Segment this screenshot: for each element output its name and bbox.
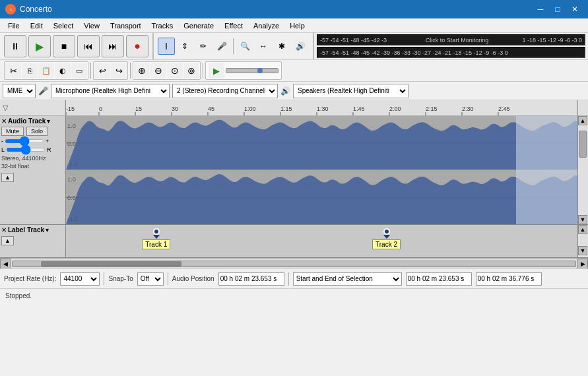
sel-end-input[interactable] [476,272,542,286]
audio-track-name: Audio Track [8,117,46,125]
svg-text:0: 0 [99,106,102,112]
multi-tool[interactable]: ✱ [273,38,290,55]
mute-button[interactable]: Mute [1,127,24,136]
collapse-button[interactable]: ▲ [1,173,14,182]
vu-meter-bottom[interactable]: -57 -54 -51 -48 -45 -42 -39 -36 -33 -30 … [317,47,585,58]
svg-text:1.0: 1.0 [67,176,76,183]
label-track-close[interactable]: ✕ [1,226,7,234]
label-collapse-button[interactable]: ▲ [1,236,14,245]
vu-meter-top[interactable]: -57 -54 -51 -48 -45 -42 -3 Click to Star… [317,34,585,46]
maximize-button[interactable]: □ [550,3,566,16]
audio-track-close[interactable]: ✕ [1,117,7,125]
svg-text:30: 30 [172,106,178,112]
menu-analyze[interactable]: Analyze [248,20,284,31]
label-scroll-down[interactable]: ▼ [578,246,587,255]
scroll-thumb[interactable] [579,131,587,158]
draw-tool[interactable]: ✏ [195,38,212,55]
label-v-scroll[interactable]: ▲ ▼ [577,225,588,257]
menu-view[interactable]: View [79,20,105,31]
cut-button[interactable]: ✂ [5,63,21,78]
label-track-content: Track 1 Track 2 [66,225,577,257]
stop-button[interactable]: ■ [53,35,75,57]
v-scrollbar[interactable]: ▲ ▼ [577,116,588,224]
envelope-tool[interactable]: ⇕ [176,38,193,55]
pan-control: L R [1,146,64,153]
track-info: Stereo, 44100Hz32-bit float [1,155,64,170]
record-button[interactable]: ● [126,35,148,57]
mic-tool[interactable]: 🎤 [213,38,230,55]
menu-generate[interactable]: Generate [178,20,219,31]
scroll-right[interactable]: ▶ [577,259,588,269]
microphone-select[interactable]: Microphone (Realtek High Defini [51,84,170,98]
selection-tool[interactable]: I [158,38,175,55]
snap-to-select[interactable]: Off On [137,272,164,286]
svg-text:0.0: 0.0 [67,141,76,147]
zoom-tool[interactable]: 🔍 [236,38,253,55]
minimize-button[interactable]: ─ [533,3,548,16]
trim-button[interactable]: ◐ [55,63,71,78]
menu-edit[interactable]: Edit [25,20,48,31]
svg-text:1:00: 1:00 [244,106,256,112]
project-rate-select[interactable]: 44100 [60,272,100,286]
audio-track-menu[interactable]: ▾ [47,117,50,125]
svg-text:2:00: 2:00 [389,106,401,112]
title-bar: ♪ Concerto ─ □ ✕ [0,0,588,18]
label-track-menu[interactable]: ▾ [46,226,49,234]
label-track2[interactable]: Track 2 [383,225,390,239]
api-select[interactable]: MME [3,84,36,98]
speaker-select[interactable]: Speakers (Realtek High Definiti [293,84,408,98]
svg-text:1:30: 1:30 [317,106,329,112]
silence-button[interactable]: ▭ [71,63,87,78]
bottom-toolbar: Project Rate (Hz): 44100 Snap-To Off On … [0,268,588,288]
time-ruler: ▽ -15 0 15 30 45 1:00 1:15 1:30 1:45 2:0… [0,100,588,116]
skip-start-button[interactable]: ⏮ [77,35,100,57]
scroll-left[interactable]: ◀ [0,259,11,269]
zoom-out-button[interactable]: ⊖ [150,63,166,78]
playback-thumb [257,68,263,73]
skip-end-button[interactable]: ⏭ [102,35,124,57]
scroll-up[interactable]: ▲ [578,116,587,125]
copy-button[interactable]: ⎘ [22,63,38,78]
menu-help[interactable]: Help [284,20,310,31]
menu-file[interactable]: File [3,20,25,31]
play-indicator-button[interactable]: ▶ [209,63,224,78]
redo-button[interactable]: ↪ [111,63,127,78]
play-button[interactable]: ▶ [28,35,51,57]
menu-bar: File Edit Select View Transport Tracks G… [0,18,588,33]
menu-transport[interactable]: Transport [105,20,147,31]
scroll-down[interactable]: ▼ [578,215,587,224]
label1-marker [153,228,160,235]
svg-text:2:15: 2:15 [426,106,438,112]
gain-slider[interactable] [5,139,44,143]
label1-arrow [153,235,160,239]
sel-start-input[interactable] [406,272,472,286]
pan-slider[interactable] [6,148,46,152]
pause-button[interactable]: ⏸ [4,35,26,57]
zoom-fit-button[interactable]: ⊚ [183,63,199,78]
ruler-right-end [577,100,588,115]
zoom-selection-button[interactable]: ⊙ [167,63,183,78]
menu-tracks[interactable]: Tracks [147,20,179,31]
audio-track: ✕ Audio Track ▾ Mute Solo - + L R [0,116,588,225]
solo-button[interactable]: Solo [26,127,48,136]
playback-slider[interactable] [226,68,278,73]
timeshift-tool[interactable]: ↔ [255,38,272,55]
label-scroll-up[interactable]: ▲ [578,225,587,234]
menu-select[interactable]: Select [48,20,79,31]
snap-to-label: Snap-To [108,275,133,282]
channels-select[interactable]: 2 (Stereo) Recording Channels [172,84,278,98]
selection-mode-select[interactable]: Start and End of Selection Start and Len… [293,272,402,286]
device-toolbar: MME 🎤 Microphone (Realtek High Defini 2 … [0,82,588,100]
paste-button[interactable]: 📋 [38,63,54,78]
label-track1[interactable]: Track 1 [153,225,160,239]
h-scrollbar[interactable]: ◀ ▶ [0,258,588,268]
audio-pos-input[interactable] [218,272,284,286]
zoom-in-button[interactable]: ⊕ [134,63,150,78]
speaker-tool[interactable]: 🔊 [292,38,309,55]
label1-text: Track 1 [142,239,170,249]
menu-effect[interactable]: Effect [219,20,248,31]
app-title: Concerto [20,5,52,14]
h-scroll-track[interactable] [12,261,576,267]
undo-button[interactable]: ↩ [94,63,110,78]
close-button[interactable]: ✕ [567,3,583,16]
